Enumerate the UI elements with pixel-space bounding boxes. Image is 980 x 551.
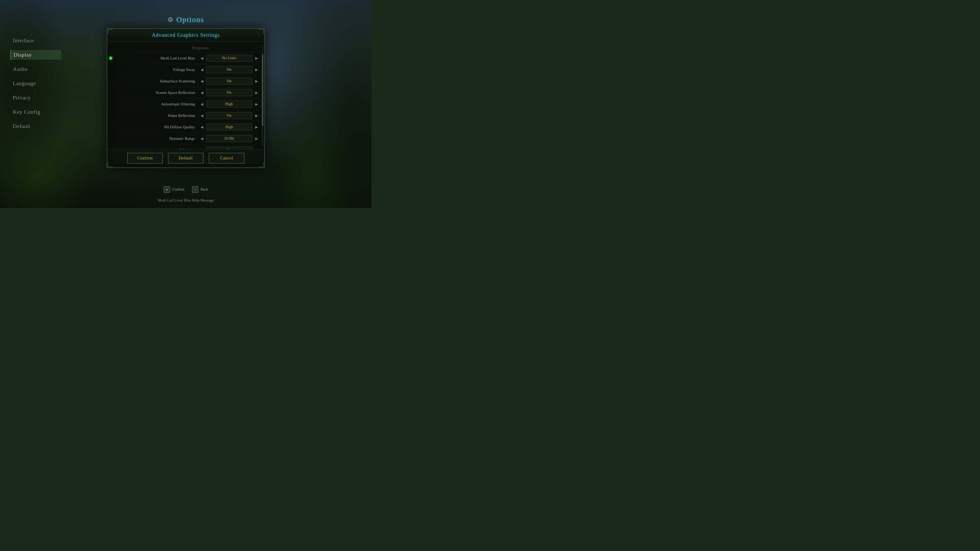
hint-confirm: ● Confirm bbox=[164, 186, 184, 193]
setting-row-brightness: Brightness bbox=[111, 44, 260, 52]
setting-row-z-prepass: Z-Prepass ◀ On ▶ bbox=[111, 144, 260, 149]
setting-control-sh-diffuse-quality[interactable]: ◀ High ▶ bbox=[199, 124, 259, 130]
gear-icon: ⚙ bbox=[167, 16, 173, 24]
back-ctrl-icon: ○ bbox=[192, 186, 199, 193]
setting-row-anisotropic-filtering: Anisotropic Filtering ◀ High ▶ bbox=[111, 98, 260, 110]
page-title: Options bbox=[177, 15, 204, 24]
scroll-track[interactable] bbox=[262, 44, 263, 147]
setting-control-dynamic-range[interactable]: ◀ 32-Bit ▶ bbox=[199, 135, 259, 142]
settings-list: Brightness Mesh Lod Level Bias ◀ No Limi… bbox=[107, 44, 264, 149]
dynamic-range-next-button[interactable]: ▶ bbox=[254, 135, 259, 142]
setting-label-water-reflection: Water Reflection bbox=[112, 114, 199, 118]
page-title-area: ⚙ Options bbox=[167, 15, 204, 24]
setting-label-screen-space-reflection: Screen Space Reflection bbox=[112, 91, 199, 95]
setting-control-mesh-lod[interactable]: ◀ No Limit ▶ bbox=[199, 55, 259, 62]
sidebar: Interface Display Audio Language Privacy… bbox=[10, 36, 61, 131]
help-message: Mesh Lod Level Bias Help Message bbox=[158, 198, 214, 203]
foliage-sway-value: On bbox=[206, 66, 252, 73]
dynamic-range-value: 32-Bit bbox=[206, 135, 252, 142]
subsurface-scattering-next-button[interactable]: ▶ bbox=[254, 78, 259, 85]
foliage-sway-next-button[interactable]: ▶ bbox=[254, 66, 259, 73]
setting-control-subsurface-scattering[interactable]: ◀ On ▶ bbox=[199, 78, 259, 85]
setting-label-anisotropic-filtering: Anisotropic Filtering bbox=[112, 102, 199, 106]
screen-space-reflection-prev-button[interactable]: ◀ bbox=[199, 89, 205, 96]
sidebar-item-display[interactable]: Display bbox=[10, 50, 61, 60]
mesh-lod-next-button[interactable]: ▶ bbox=[254, 55, 259, 62]
water-reflection-value: On bbox=[206, 112, 252, 119]
dynamic-range-prev-button[interactable]: ◀ bbox=[199, 135, 205, 142]
setting-row-screen-space-reflection: Screen Space Reflection ◀ On ▶ bbox=[111, 87, 260, 98]
active-indicator bbox=[109, 57, 112, 60]
screen-space-reflection-next-button[interactable]: ▶ bbox=[254, 89, 259, 96]
anisotropic-filtering-value: High bbox=[206, 100, 252, 108]
scroll-thumb[interactable] bbox=[262, 54, 263, 126]
setting-control-water-reflection[interactable]: ◀ On ▶ bbox=[199, 112, 259, 119]
dialog-content: Brightness Mesh Lod Level Bias ◀ No Limi… bbox=[107, 42, 264, 149]
setting-label-mesh-lod: Mesh Lod Level Bias bbox=[112, 56, 199, 60]
subsurface-scattering-value: On bbox=[206, 78, 252, 85]
dialog-footer: Confirm Default Cancel bbox=[107, 149, 264, 168]
sh-diffuse-quality-next-button[interactable]: ▶ bbox=[254, 124, 259, 130]
foliage-sway-prev-button[interactable]: ◀ bbox=[199, 66, 205, 73]
hint-back-label: Back bbox=[200, 187, 208, 192]
confirm-button[interactable]: Confirm bbox=[127, 153, 163, 164]
setting-control-foliage-sway[interactable]: ◀ On ▶ bbox=[199, 66, 259, 73]
setting-label-foliage-sway: Foliage Sway bbox=[112, 68, 199, 72]
setting-row-water-reflection: Water Reflection ◀ On ▶ bbox=[111, 110, 260, 121]
hint-back: ○ Back bbox=[192, 186, 208, 193]
cancel-button[interactable]: Cancel bbox=[209, 153, 245, 164]
dialog-header: Advanced Graphics Settings bbox=[107, 29, 264, 42]
water-reflection-next-button[interactable]: ▶ bbox=[254, 112, 259, 119]
anisotropic-filtering-prev-button[interactable]: ◀ bbox=[199, 100, 205, 108]
setting-control-screen-space-reflection[interactable]: ◀ On ▶ bbox=[199, 89, 259, 96]
sh-diffuse-quality-prev-button[interactable]: ◀ bbox=[199, 124, 205, 130]
confirm-ctrl-icon: ● bbox=[164, 186, 170, 193]
setting-row-dynamic-range: Dynamic Range ◀ 32-Bit ▶ bbox=[111, 133, 260, 144]
anisotropic-filtering-next-button[interactable]: ▶ bbox=[254, 100, 259, 108]
setting-row-mesh-lod: Mesh Lod Level Bias ◀ No Limit ▶ bbox=[111, 52, 260, 64]
sidebar-item-audio[interactable]: Audio bbox=[10, 64, 61, 74]
sidebar-item-language[interactable]: Language bbox=[10, 79, 61, 88]
corner-ornament-bl bbox=[108, 162, 113, 167]
setting-label-brightness: Brightness bbox=[112, 46, 213, 50]
corner-ornament-tr bbox=[259, 29, 264, 34]
corner-ornament-br bbox=[259, 162, 264, 167]
setting-row-subsurface-scattering: Subsurface Scattering ◀ On ▶ bbox=[111, 76, 260, 87]
sidebar-item-interface[interactable]: Interface bbox=[10, 36, 61, 45]
dialog-title: Advanced Graphics Settings bbox=[152, 32, 220, 38]
setting-label-dynamic-range: Dynamic Range bbox=[112, 137, 199, 141]
mesh-lod-prev-button[interactable]: ◀ bbox=[199, 55, 205, 62]
sh-diffuse-quality-value: High bbox=[206, 124, 252, 130]
setting-row-foliage-sway: Foliage Sway ◀ On ▶ bbox=[111, 64, 260, 76]
mesh-lod-value: No Limit bbox=[206, 55, 252, 62]
screen-space-reflection-value: On bbox=[206, 89, 252, 96]
default-button[interactable]: Default bbox=[168, 153, 204, 164]
water-reflection-prev-button[interactable]: ◀ bbox=[199, 112, 205, 119]
z-prepass-next-button[interactable]: ▶ bbox=[254, 146, 259, 149]
setting-label-subsurface-scattering: Subsurface Scattering bbox=[112, 79, 199, 83]
setting-label-z-prepass: Z-Prepass bbox=[112, 148, 199, 149]
sidebar-item-privacy[interactable]: Privacy bbox=[10, 93, 61, 103]
controller-hints: ● Confirm ○ Back bbox=[164, 186, 208, 193]
subsurface-scattering-prev-button[interactable]: ◀ bbox=[199, 78, 205, 85]
setting-row-sh-diffuse-quality: SH Diffuse Quality ◀ High ▶ bbox=[111, 121, 260, 133]
setting-control-z-prepass[interactable]: ◀ On ▶ bbox=[199, 146, 259, 149]
dialog-panel: Advanced Graphics Settings Brightness Me… bbox=[107, 28, 265, 168]
setting-control-anisotropic-filtering[interactable]: ◀ High ▶ bbox=[199, 100, 259, 108]
sidebar-item-default[interactable]: Default bbox=[10, 121, 61, 131]
setting-label-sh-diffuse-quality: SH Diffuse Quality bbox=[112, 125, 199, 129]
z-prepass-value: On bbox=[206, 146, 252, 149]
sidebar-item-keyconfig[interactable]: Key Config bbox=[10, 107, 61, 117]
hint-confirm-label: Confirm bbox=[172, 187, 184, 192]
z-prepass-prev-button[interactable]: ◀ bbox=[199, 146, 205, 149]
corner-ornament-tl bbox=[108, 29, 113, 34]
